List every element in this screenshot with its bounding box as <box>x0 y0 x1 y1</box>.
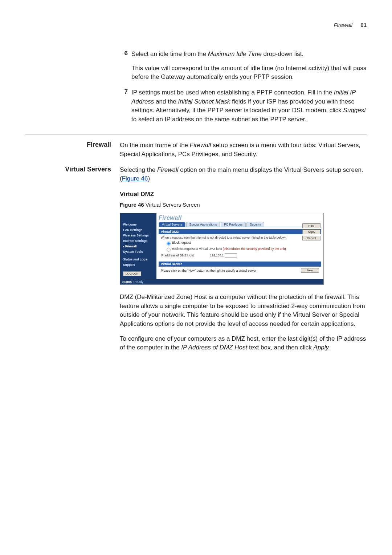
apply-button[interactable]: Apply <box>302 230 320 234</box>
tab-virtual-servers[interactable]: Virtual Servers <box>159 222 185 227</box>
sidebar-item-firewall[interactable]: Firewall <box>123 244 154 248</box>
dmz-host-ip-input[interactable] <box>225 253 237 258</box>
radio-block-request-input[interactable] <box>167 242 170 245</box>
text: Select an idle time from the <box>131 50 208 57</box>
page-header: Firewall 61 <box>25 22 367 28</box>
tab-security[interactable]: Security <box>246 222 264 227</box>
step-6-sub: This value will correspond to the amount… <box>131 64 367 82</box>
radio-label: Block request <box>172 241 191 244</box>
section-divider <box>25 134 367 134</box>
step-number: 7 <box>120 88 128 124</box>
text: Firewall <box>190 142 211 149</box>
virtual-server-bar: Virtual Server <box>159 262 321 267</box>
config-paragraph: To configure one of your computers as a … <box>120 335 367 352</box>
sidebar-item-system-tools[interactable]: System Tools <box>123 250 154 254</box>
virtual-dmz-bar: Virtual DMZ <box>159 229 321 234</box>
text: text box, and then click <box>247 344 313 351</box>
virtual-dmz-heading: Virtual DMZ <box>120 191 367 198</box>
sidebar-item-support[interactable]: Support <box>123 263 154 267</box>
firewall-heading: Firewall <box>25 141 120 149</box>
virtual-servers-section: Virtual Servers Selecting the Firewall o… <box>25 166 367 183</box>
step-text: Select an idle time from the Maximum Idl… <box>128 50 367 59</box>
logout-button[interactable]: LOG OUT <box>123 271 141 276</box>
tab-special-applications[interactable]: Special Applications <box>186 222 220 227</box>
radio-redirect-dmz-input[interactable] <box>167 248 170 251</box>
ip-prefix: 192.168.1. <box>210 254 224 257</box>
virtual-servers-screenshot: Welcome LAN Settings Wireless Settings I… <box>120 213 324 285</box>
sidebar-item-status-and-logs[interactable]: Status and Logs <box>123 258 154 261</box>
panel-title: Firewall <box>159 215 321 221</box>
figure-caption: Figure 46 Virtual Servers Screen <box>120 202 367 208</box>
sidebar: Welcome LAN Settings Wireless Settings I… <box>120 213 156 279</box>
ip-label: IP address of DMZ Host: <box>161 254 195 257</box>
text: Selecting the <box>120 166 157 173</box>
sidebar-item-wireless-settings[interactable]: Wireless Settings <box>123 234 154 237</box>
suggest-label: Suggest <box>343 107 366 114</box>
text: On the main frame of the <box>120 142 190 149</box>
virtual-servers-heading: Virtual Servers <box>25 166 120 173</box>
dmz-instruction: When a request from the Internet is not … <box>161 236 319 240</box>
text: drop-down list. <box>262 50 303 57</box>
sidebar-item-internet-settings[interactable]: Internet Settings <box>123 239 154 243</box>
figure-title: Virtual Servers Screen <box>144 202 200 208</box>
step-7: 7 IP settings must be used when establis… <box>120 88 367 124</box>
radio-block-request[interactable]: Block request <box>164 240 319 246</box>
firewall-paragraph: On the main frame of the Firewall setup … <box>120 141 367 159</box>
status-label: Status : <box>122 280 134 284</box>
text: to select an IP address on the same subn… <box>131 116 306 123</box>
header-page-number: 61 <box>360 22 367 28</box>
text: IP settings must be used when establishi… <box>131 89 334 96</box>
ip-address-dmz-host-label: IP Address of DMZ Host <box>181 344 247 351</box>
virtual-server-row: Please click on the "New" button on the … <box>159 267 321 274</box>
text: and the <box>154 98 178 105</box>
text: Firewall <box>157 166 179 173</box>
dmz-ip-row: IP address of DMZ Host: 192.168.1. <box>161 253 319 258</box>
radio-label: Redirect request to Virtual DMZ host <box>172 247 223 251</box>
step-text: IP settings must be used when establishi… <box>128 88 367 124</box>
cancel-button[interactable]: Cancel <box>302 236 320 240</box>
status-bar: Status : Ready <box>120 279 323 284</box>
header-section: Firewall <box>334 22 352 28</box>
tab-pc-privileges[interactable]: PC Privileges <box>221 222 246 227</box>
radio-redirect-dmz[interactable]: Redirect request to Virtual DMZ host (th… <box>164 246 319 252</box>
virtual-servers-paragraph: Selecting the Firewall option on the mai… <box>120 166 367 183</box>
step-number: 6 <box>120 50 128 59</box>
step-6: 6 Select an idle time from the Maximum I… <box>120 50 367 59</box>
text: ) <box>148 175 150 182</box>
sidebar-item-welcome[interactable]: Welcome <box>123 223 154 226</box>
status-value: Ready <box>135 280 144 284</box>
maximum-idle-time-label: Maximum Idle Time <box>208 50 262 57</box>
figure-number: Figure 46 <box>120 202 144 208</box>
virtual-server-instruction: Please click on the "New" button on the … <box>161 269 257 272</box>
sidebar-item-lan-settings[interactable]: LAN Settings <box>123 228 154 232</box>
tab-bar: Virtual Servers Special Applications PC … <box>159 222 321 227</box>
virtual-dmz-content: When a request from the Internet is not … <box>159 234 321 259</box>
initial-subnet-mask-label: Initial Subnet Mask <box>178 98 230 105</box>
figure-46-link[interactable]: Figure 46 <box>122 175 148 182</box>
warning-text: (this reduces the security provided by t… <box>223 247 286 251</box>
firewall-section: Firewall On the main frame of the Firewa… <box>25 141 367 159</box>
new-button[interactable]: New <box>301 268 319 273</box>
dmz-paragraph: DMZ (De-Militarized Zone) Host is a comp… <box>120 293 367 329</box>
help-button[interactable]: Help <box>302 223 320 228</box>
apply-label: Apply. <box>314 344 330 351</box>
button-column: Help Apply Cancel <box>302 223 320 240</box>
